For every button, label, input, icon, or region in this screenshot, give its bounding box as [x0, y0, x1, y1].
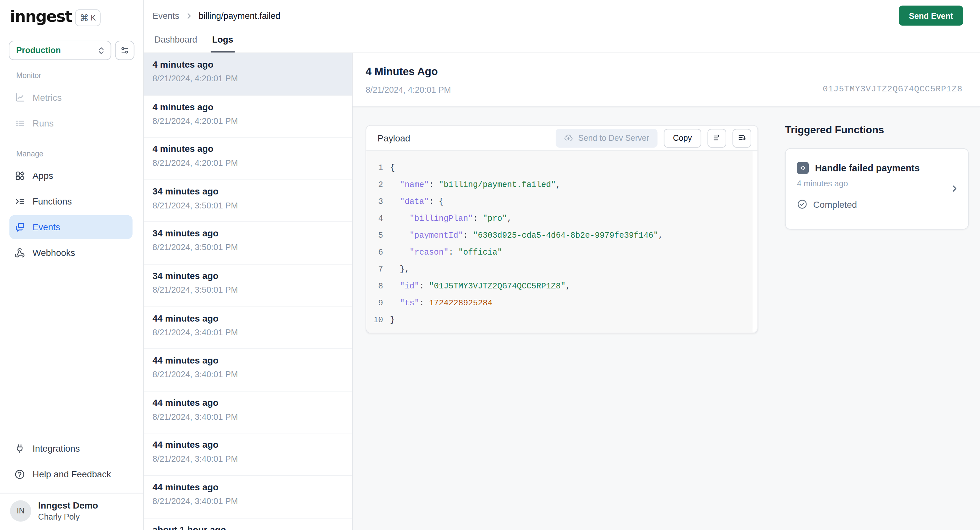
copy-button[interactable]: Copy — [663, 128, 701, 147]
tab-dashboard[interactable]: Dashboard — [153, 28, 199, 53]
event-item-timestamp: 8/21/2024, 3:40:01 PM — [153, 327, 343, 337]
code-line: 7 }, — [366, 261, 757, 278]
send-event-button[interactable]: Send Event — [899, 6, 963, 26]
command-k-shortcut[interactable]: ⌘ K — [75, 10, 101, 26]
event-item-title: 44 minutes ago — [153, 440, 343, 450]
command-icon: ⌘ — [80, 13, 89, 23]
breadcrumb-current: billing/payment.failed — [199, 11, 280, 21]
function-status: Completed — [797, 199, 957, 210]
tab-logs[interactable]: Logs — [210, 28, 235, 53]
event-list-item[interactable]: 34 minutes ago8/21/2024, 3:50:01 PM — [144, 265, 352, 307]
event-detail-header: 4 Minutes Ago 8/21/2024, 4:20:01 PM 01J5… — [353, 53, 980, 107]
event-list-item[interactable]: about 1 hour ago — [144, 518, 352, 530]
sidebar-item-functions[interactable]: Functions — [10, 190, 132, 213]
event-list-item[interactable]: 4 minutes ago8/21/2024, 4:20:01 PM — [144, 138, 352, 180]
code-line: 10} — [366, 311, 757, 329]
event-item-timestamp: 8/21/2024, 3:40:01 PM — [153, 370, 343, 379]
line-number: 9 — [369, 295, 383, 311]
sliders-icon — [120, 46, 129, 55]
sidebar-footer: Integrations Help and Feedback IN Innges… — [0, 437, 143, 530]
event-list-item[interactable]: 44 minutes ago8/21/2024, 3:40:01 PM — [144, 391, 352, 434]
chevron-up-down-icon — [97, 46, 106, 54]
detail-tabs: Dashboard Logs — [153, 28, 235, 53]
metrics-chart-icon — [14, 93, 25, 103]
event-item-title: 44 minutes ago — [153, 482, 343, 492]
line-number: 5 — [369, 227, 383, 244]
scroll-to-bottom-button[interactable] — [732, 128, 751, 147]
shortcut-key-label: K — [91, 13, 96, 22]
chevron-right-icon — [185, 12, 193, 20]
line-number: 1 — [369, 159, 383, 176]
event-id: 01J5TMY3VJTZ2QG74QCC5RP1Z8 — [823, 85, 963, 94]
event-item-title: 44 minutes ago — [153, 313, 343, 323]
event-list-item[interactable]: 4 minutes ago8/21/2024, 4:20:01 PM — [144, 96, 352, 138]
event-item-title: 4 minutes ago — [153, 102, 343, 112]
sidebar-item-label: Webhooks — [32, 248, 75, 258]
word-wrap-button[interactable] — [707, 128, 726, 147]
sidebar-item-events[interactable]: Events — [10, 215, 132, 239]
event-list-item[interactable]: 44 minutes ago8/21/2024, 3:40:01 PM — [144, 476, 352, 518]
help-circle-icon — [14, 469, 25, 480]
code-text: "billingPlan": "pro", — [390, 210, 512, 227]
events-messages-icon — [14, 222, 25, 233]
event-detail-title: 4 Minutes Ago — [366, 66, 438, 78]
sidebar-item-metrics[interactable]: Metrics — [10, 86, 132, 110]
payload-title: Payload — [377, 133, 556, 143]
user-name: Inngest Demo — [38, 501, 98, 511]
breadcrumb-events-link[interactable]: Events — [153, 11, 179, 21]
event-list-items: 4 minutes ago8/21/2024, 4:20:01 PM4 minu… — [144, 53, 352, 530]
sidebar-item-webhooks[interactable]: Webhooks — [10, 241, 132, 265]
sidebar-item-apps[interactable]: Apps — [10, 164, 132, 188]
functions-list-icon — [14, 196, 25, 207]
event-list-item[interactable]: 4 minutes ago8/21/2024, 4:20:01 PM — [144, 53, 352, 95]
sidebar-item-label: Functions — [32, 196, 72, 206]
user-menu[interactable]: IN Inngest Demo Charly Poly — [0, 493, 143, 530]
environment-settings-button[interactable] — [115, 41, 135, 60]
apps-grid-icon — [14, 170, 25, 181]
code-line: 8 "id": "01J5TMY3VJTZ2QG74QCC5RP1Z8", — [366, 278, 757, 295]
code-line: 4 "billingPlan": "pro", — [366, 210, 757, 227]
code-text: "reason": "officia" — [390, 244, 502, 261]
event-list-item[interactable]: 44 minutes ago8/21/2024, 3:40:01 PM — [144, 349, 352, 391]
nav-section-monitor: Monitor — [16, 71, 143, 80]
function-name: Handle failed payments — [815, 163, 920, 173]
environment-selector[interactable]: Production — [9, 41, 111, 60]
event-list-item[interactable]: 34 minutes ago8/21/2024, 3:50:01 PM — [144, 180, 352, 222]
event-list-item[interactable]: 44 minutes ago8/21/2024, 3:40:01 PM — [144, 434, 352, 476]
send-to-dev-server-label: Send to Dev Server — [578, 133, 649, 143]
line-number: 4 — [369, 210, 383, 227]
code-text: "name": "billing/payment.failed", — [390, 176, 560, 193]
sidebar-item-label: Events — [32, 222, 60, 232]
code-scrollbar[interactable] — [752, 151, 757, 332]
function-run-time: 4 minutes ago — [797, 179, 957, 188]
event-item-title: 4 minutes ago — [153, 59, 343, 70]
code-text: "id": "01J5TMY3VJTZ2QG74QCC5RP1Z8", — [390, 278, 570, 295]
payload-code-editor[interactable]: 1{2 "name": "billing/payment.failed",3 "… — [366, 151, 757, 333]
code-line: 1{ — [366, 159, 757, 176]
line-number: 6 — [369, 244, 383, 261]
sidebar-item-integrations[interactable]: Integrations — [10, 437, 132, 460]
code-line: 5 "paymentId": "6303d925-cda5-4d64-8b2e-… — [366, 227, 757, 244]
sidebar-item-help-and-feedback[interactable]: Help and Feedback — [10, 462, 132, 486]
code-line: 2 "name": "billing/payment.failed", — [366, 176, 757, 193]
event-list: 4 minutes ago8/21/2024, 4:20:01 PM4 minu… — [144, 53, 352, 530]
line-number: 10 — [369, 311, 383, 329]
triggered-function-card[interactable]: Handle failed payments4 minutes agoCompl… — [785, 148, 969, 230]
event-list-item[interactable]: 44 minutes ago8/21/2024, 3:40:01 PM — [144, 307, 352, 349]
send-to-dev-server-button[interactable]: Send to Dev Server — [556, 128, 657, 147]
event-item-title: 44 minutes ago — [153, 398, 343, 408]
code-text: }, — [390, 261, 409, 278]
app-root: inngest ⌘ K Production Monitor Metrics — [0, 0, 980, 530]
event-item-timestamp: 8/21/2024, 3:50:01 PM — [153, 285, 343, 295]
event-item-title: 34 minutes ago — [153, 271, 343, 281]
code-text: "data": { — [390, 193, 444, 210]
cloud-download-icon — [564, 133, 573, 143]
event-list-item[interactable]: 34 minutes ago8/21/2024, 3:50:01 PM — [144, 222, 352, 265]
plug-icon — [14, 444, 25, 454]
payload-code-lines: 1{2 "name": "billing/payment.failed",3 "… — [366, 159, 757, 328]
event-item-timestamp: 8/21/2024, 4:20:01 PM — [153, 74, 343, 83]
sidebar-item-label: Metrics — [32, 93, 62, 103]
sidebar-item-runs[interactable]: Runs — [10, 111, 132, 135]
event-item-title: about 1 hour ago — [153, 524, 343, 530]
event-item-timestamp: 8/21/2024, 3:50:01 PM — [153, 243, 343, 252]
